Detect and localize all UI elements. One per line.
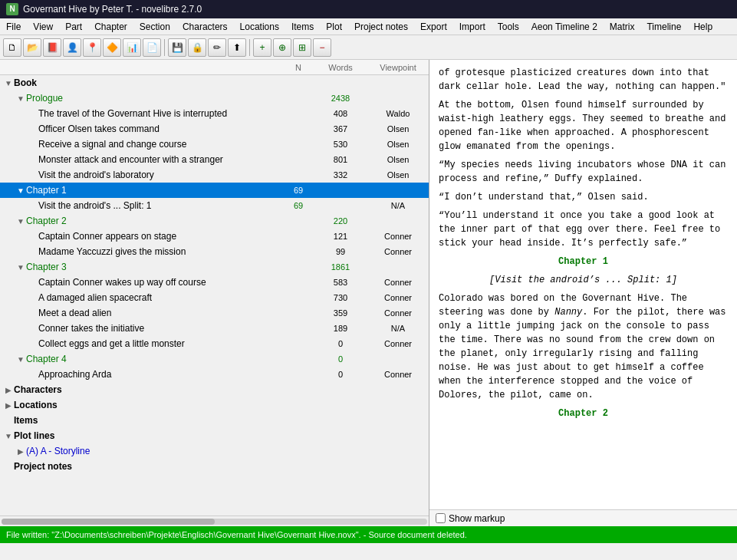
show-markup-label: Show markup xyxy=(449,513,505,524)
edit-btn[interactable]: ✏ xyxy=(208,38,226,57)
toolbar: 🗋📂📕👤📍🔶📊📄💾🔒✏⬆+⊕⊞− xyxy=(0,35,737,60)
tree-row[interactable]: ▶Characters xyxy=(0,382,429,397)
open-btn[interactable]: 📂 xyxy=(23,38,41,57)
char-btn[interactable]: 👤 xyxy=(63,38,81,57)
tree-row[interactable]: Conner takes the initiative189N/A xyxy=(0,321,429,336)
tree-toggle-icon[interactable]: ▼ xyxy=(3,79,14,87)
tree-toggle-icon[interactable]: ▶ xyxy=(3,386,14,394)
editor-content[interactable]: of grotesque plasticized creatures down … xyxy=(429,60,737,509)
tree-row[interactable]: ▼Chapter 2220 xyxy=(0,213,429,229)
tree-row-viewpoint: Conner xyxy=(367,247,429,256)
export-btn[interactable]: ⬆ xyxy=(228,38,246,57)
horizontal-scrollbar-left[interactable] xyxy=(0,516,429,526)
show-markup-checkbox[interactable] xyxy=(436,513,446,523)
editor-paragraph: At the bottom, Olsen found himself surro… xyxy=(439,98,728,153)
tree-row-words: 408 xyxy=(314,109,367,118)
tree-row[interactable]: ▼Chapter 169 xyxy=(0,183,429,198)
tree-row-label: Monster attack and encounter with a stra… xyxy=(38,154,283,165)
tree-row[interactable]: Approaching Arda0Conner xyxy=(0,367,429,382)
menu-item-items[interactable]: Items xyxy=(285,18,320,35)
tree-toggle-icon[interactable]: ▼ xyxy=(15,186,26,195)
menu-item-locations[interactable]: Locations xyxy=(234,18,285,35)
menu-item-file[interactable]: File xyxy=(0,18,27,35)
tree-row-label: Characters xyxy=(14,384,283,395)
tree-row-label: Project notes xyxy=(14,461,283,472)
menu-item-aeon-timeline-2[interactable]: Aeon Timeline 2 xyxy=(525,18,604,35)
tree-row-words: 220 xyxy=(314,216,367,226)
tree-view[interactable]: ▼Book▼Prologue2438The travel of the Gove… xyxy=(0,75,429,516)
menu-item-section[interactable]: Section xyxy=(133,18,176,35)
plot-btn[interactable]: 📊 xyxy=(123,38,141,57)
editor-paragraph: Chapter 2 xyxy=(439,407,728,420)
tree-row[interactable]: Monster attack and encounter with a stra… xyxy=(0,152,429,167)
status-bar: File written: "Z:\Documents\schreiben\Pr… xyxy=(0,526,737,543)
tree-toggle-icon[interactable]: ▼ xyxy=(3,432,14,440)
tree-row-label: Collect eggs and get a little monster xyxy=(38,338,283,349)
tree-row[interactable]: Meet a dead alien359Conner xyxy=(0,305,429,321)
tree-row[interactable]: Project notes xyxy=(0,459,429,474)
tree-toggle-icon[interactable]: ▼ xyxy=(15,263,26,272)
tree-row[interactable]: ▶Locations xyxy=(0,397,429,413)
tree-row[interactable]: ▼Chapter 40 xyxy=(0,351,429,367)
tree-row-n: 69 xyxy=(283,201,314,210)
tree-toggle-icon[interactable]: ▼ xyxy=(15,355,26,364)
tree-row[interactable]: ▼Plot lines xyxy=(0,428,429,443)
tree-row-label: (A) A - Storyline xyxy=(26,446,283,456)
menu-item-timeline[interactable]: Timeline xyxy=(640,18,687,35)
tree-row-words: 0 xyxy=(314,339,367,348)
book-btn[interactable]: 📕 xyxy=(43,38,61,57)
tree-row-viewpoint: Olsen xyxy=(367,140,429,149)
save-btn[interactable]: 💾 xyxy=(168,38,186,57)
menu-item-import[interactable]: Import xyxy=(453,18,492,35)
tree-row[interactable]: Captain Conner wakes up way off course58… xyxy=(0,275,429,290)
menu-item-plot[interactable]: Plot xyxy=(320,18,348,35)
menu-item-export[interactable]: Export xyxy=(414,18,453,35)
menu-item-help[interactable]: Help xyxy=(687,18,719,35)
lock-btn[interactable]: 🔒 xyxy=(188,38,206,57)
tree-row-label: Receive a signal and change course xyxy=(38,139,283,150)
add2-btn[interactable]: ⊕ xyxy=(273,38,291,57)
tree-row-label: Visit the android's ... Split: 1 xyxy=(38,200,283,211)
add-btn[interactable]: + xyxy=(253,38,271,57)
col-n-header: N xyxy=(283,63,314,72)
menu-item-tools[interactable]: Tools xyxy=(492,18,525,35)
tree-row[interactable]: ▼Prologue2438 xyxy=(0,91,429,106)
tree-row[interactable]: Collect eggs and get a little monster0Co… xyxy=(0,336,429,351)
tree-toggle-icon[interactable]: ▼ xyxy=(15,94,26,103)
menu-item-part[interactable]: Part xyxy=(59,18,88,35)
tree-toggle-icon[interactable]: ▶ xyxy=(15,447,26,456)
add3-btn[interactable]: ⊞ xyxy=(293,38,311,57)
sep1 xyxy=(164,39,165,56)
menu-item-matrix[interactable]: Matrix xyxy=(604,18,641,35)
proj-btn[interactable]: 📄 xyxy=(143,38,161,57)
new-btn[interactable]: 🗋 xyxy=(3,38,21,57)
del-btn[interactable]: − xyxy=(313,38,331,57)
editor-paragraph: Colorado was bored on the Governant Hive… xyxy=(439,292,728,402)
tree-row[interactable]: Captain Conner appears on stage121Conner xyxy=(0,229,429,244)
tree-row[interactable]: Madame Yaccuzzi gives the mission99Conne… xyxy=(0,244,429,259)
tree-row[interactable]: Items xyxy=(0,413,429,428)
tree-toggle-icon[interactable]: ▼ xyxy=(15,217,26,226)
tree-row-label: Chapter 4 xyxy=(26,354,283,364)
tree-row[interactable]: Visit the android's laboratory332Olsen xyxy=(0,167,429,183)
menu-item-characters[interactable]: Characters xyxy=(176,18,234,35)
tree-row-viewpoint: Conner xyxy=(367,232,429,241)
menu-bar: FileViewPartChapterSectionCharactersLoca… xyxy=(0,18,737,35)
menu-item-project-notes[interactable]: Project notes xyxy=(348,18,414,35)
tree-toggle-icon[interactable]: ▶ xyxy=(3,401,14,410)
menu-item-view[interactable]: View xyxy=(27,18,59,35)
editor-paragraph: of grotesque plasticized creatures down … xyxy=(439,66,728,94)
loc-btn[interactable]: 📍 xyxy=(83,38,101,57)
tree-row[interactable]: ▼Book xyxy=(0,75,429,91)
tree-row[interactable]: Officer Olsen takes command367Olsen xyxy=(0,121,429,137)
tree-row[interactable]: ▼Chapter 31861 xyxy=(0,259,429,275)
tree-row[interactable]: Visit the android's ... Split: 169N/A xyxy=(0,198,429,213)
tree-row[interactable]: The travel of the Governant Hive is inte… xyxy=(0,106,429,121)
tree-row-label: Chapter 2 xyxy=(26,216,283,226)
tree-row-label: Chapter 1 xyxy=(26,185,283,196)
menu-item-chapter[interactable]: Chapter xyxy=(88,18,133,35)
tree-row[interactable]: ▶(A) A - Storyline xyxy=(0,443,429,459)
tree-row[interactable]: A damaged alien spacecraft730Conner xyxy=(0,290,429,305)
tree-row[interactable]: Receive a signal and change course530Ols… xyxy=(0,137,429,152)
item-btn[interactable]: 🔶 xyxy=(103,38,121,57)
